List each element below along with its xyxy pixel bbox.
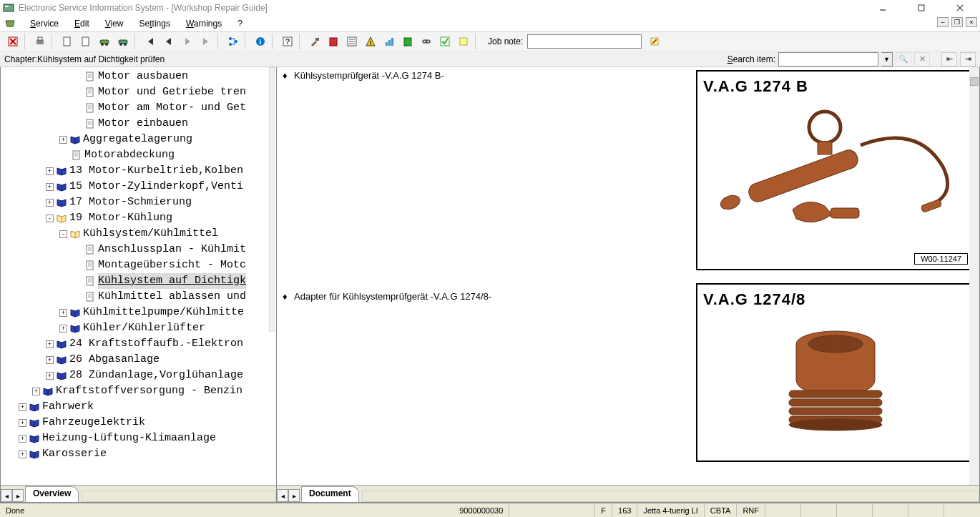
tree-node[interactable]: +28 Zündanlage,Vorglühanlage: [1, 368, 276, 383]
tree-expander[interactable]: +: [46, 167, 54, 175]
collapse-left-button[interactable]: ⇤: [941, 52, 957, 67]
figure-box[interactable]: V.A.G 1274/8: [696, 283, 975, 462]
tree-node[interactable]: +Aggregatelagerung: [1, 132, 276, 147]
tool-nav-prev-button[interactable]: [160, 34, 177, 49]
mdi-minimize-button[interactable]: –: [937, 17, 949, 27]
menu-help[interactable]: ?: [230, 17, 250, 30]
tree-expander[interactable]: +: [19, 435, 26, 443]
tree-node[interactable]: -19 Motor-Kühlung: [1, 210, 276, 226]
svg-rect-0: [4, 4, 14, 11]
tool-chart-button[interactable]: [381, 34, 398, 49]
tool-check-button[interactable]: [436, 34, 454, 49]
tool-print-button[interactable]: [31, 34, 49, 49]
tool-nav-last-button[interactable]: [197, 34, 215, 49]
tree-expander[interactable]: +: [19, 403, 26, 411]
tree-expander[interactable]: +: [32, 388, 40, 395]
tree-node[interactable]: +26 Abgasanlage: [1, 352, 276, 368]
tree-node[interactable]: Motor am Motor- und Get: [1, 100, 276, 116]
tab-scroll-right-button[interactable]: ▸: [12, 489, 24, 502]
tree-node[interactable]: +Kraftstoffversorgung - Benzin: [1, 383, 276, 399]
tree-node[interactable]: Kühlsystem auf Dichtigk: [1, 273, 276, 289]
tree-node[interactable]: +13 Motor-Kurbeltrieb,Kolben: [1, 163, 276, 179]
svg-rect-33: [386, 42, 388, 46]
tree-node[interactable]: +Fahrwerk: [1, 399, 276, 415]
menu-warnings[interactable]: Warnings: [179, 17, 229, 30]
svg-point-18: [124, 43, 127, 46]
menu-service[interactable]: SServiceervice: [23, 17, 66, 30]
search-clear-button[interactable]: ✕: [914, 52, 930, 67]
tree-expander[interactable]: -: [46, 215, 54, 222]
tree-expander[interactable]: -: [59, 230, 67, 238]
search-find-button[interactable]: 🔍: [896, 52, 911, 67]
tool-tree-button[interactable]: [225, 34, 242, 49]
tool-help-button[interactable]: ?: [279, 34, 296, 49]
tool-link-button[interactable]: [418, 34, 435, 49]
tool-vehicle-button[interactable]: [96, 34, 113, 49]
tool-hammer-button[interactable]: [306, 34, 323, 49]
left-hscroll[interactable]: [82, 491, 276, 502]
document-scrollbar[interactable]: [969, 67, 979, 485]
close-button[interactable]: [947, 1, 973, 14]
tool-nav-next-button[interactable]: [179, 34, 196, 49]
maximize-button[interactable]: [908, 1, 934, 14]
tree-node[interactable]: Kühlmittel ablassen und: [1, 289, 276, 305]
tree-expander[interactable]: +: [46, 199, 54, 207]
tree-node[interactable]: Motor einbauen: [1, 116, 276, 132]
menu-settings[interactable]: Settings: [132, 17, 177, 30]
tree-scrollbar[interactable]: [269, 67, 275, 332]
job-note-edit-button[interactable]: [646, 34, 663, 49]
tool-warning-button[interactable]: !: [362, 34, 379, 49]
minimize-button[interactable]: [870, 1, 896, 14]
tool-open-button[interactable]: [77, 34, 94, 49]
tree-expander[interactable]: +: [59, 325, 67, 333]
tree-node[interactable]: +17 Motor-Schmierung: [1, 195, 276, 210]
tree-node[interactable]: +24 Kraftstoffaufb.-Elektron: [1, 336, 276, 352]
tool-info-button[interactable]: i: [252, 34, 269, 49]
tool-exit-button[interactable]: [4, 34, 21, 49]
tree-node[interactable]: Motorabdeckung: [1, 147, 276, 163]
tree-expander[interactable]: +: [46, 183, 54, 191]
figure-box[interactable]: V.A.G 1274 B: [696, 70, 975, 270]
tool-vehicle2-button[interactable]: [114, 34, 132, 49]
collapse-right-button[interactable]: ⇥: [960, 52, 976, 67]
tree-node[interactable]: +Heizung-Lüftung-Klimaanlage: [1, 430, 276, 446]
tree-node[interactable]: Motor und Getriebe tren: [1, 84, 276, 100]
tree-node[interactable]: +Kühler/Kühlerlüfter: [1, 320, 276, 336]
mdi-restore-button[interactable]: ❐: [951, 17, 963, 27]
tab-scroll-right-button[interactable]: ▸: [288, 489, 300, 502]
menu-view[interactable]: View: [98, 17, 131, 30]
bullet-text: Adapter für Kühlsystemprüfgerät -V.A.G 1…: [294, 291, 491, 302]
mdi-close-button[interactable]: ×: [966, 17, 977, 27]
tool-note-button[interactable]: [455, 34, 472, 49]
menu-edit[interactable]: Edit: [67, 17, 97, 30]
tree-node[interactable]: +Karosserie: [1, 446, 276, 462]
tree-node[interactable]: +15 Motor-Zylinderkopf,Venti: [1, 179, 276, 195]
tab-document[interactable]: Document: [301, 486, 359, 502]
tree-node[interactable]: -Kühlsystem/Kühlmittel: [1, 226, 276, 242]
job-note-input[interactable]: [527, 34, 642, 49]
tree-expander[interactable]: +: [59, 309, 67, 317]
tree-node[interactable]: +Fahrzeugelektrik: [1, 415, 276, 430]
tree-expander[interactable]: +: [19, 419, 26, 427]
tab-overview[interactable]: Overview: [25, 486, 79, 502]
tree-node[interactable]: Motor ausbauen: [1, 69, 276, 84]
tree-node[interactable]: Anschlussplan - Kühlmit: [1, 242, 276, 257]
tree-expander[interactable]: +: [46, 340, 54, 348]
tree-expander[interactable]: +: [46, 356, 54, 364]
search-dropdown-button[interactable]: ▼: [881, 52, 893, 67]
tool-new-button[interactable]: [59, 34, 76, 49]
tree-expander[interactable]: +: [59, 136, 67, 144]
tab-scroll-left-button[interactable]: ◂: [1, 489, 12, 502]
tree-expander[interactable]: +: [46, 372, 54, 380]
tree-expander[interactable]: +: [19, 450, 26, 458]
tree-node[interactable]: +Kühlmittelpumpe/Kühlmitte: [1, 305, 276, 320]
tool-greenbook-button[interactable]: [399, 34, 416, 49]
tree-node[interactable]: Montageübersicht - Motc: [1, 257, 276, 273]
tool-nav-first-button[interactable]: [142, 34, 159, 49]
tool-list-button[interactable]: [343, 34, 361, 49]
right-hscroll[interactable]: [362, 491, 979, 502]
search-item-input[interactable]: [778, 52, 878, 67]
tab-scroll-left-button[interactable]: ◂: [277, 489, 288, 502]
tool-redbook-button[interactable]: [325, 34, 342, 49]
navigation-tree[interactable]: Motor ausbauenMotor und Getriebe trenMot…: [1, 67, 276, 485]
